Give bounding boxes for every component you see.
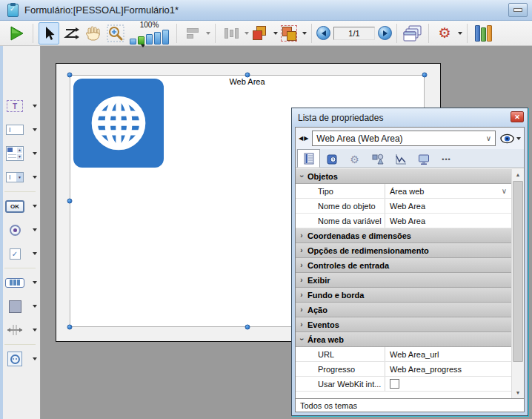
scroll-down-icon[interactable]: ▼: [512, 387, 524, 398]
static-text-tool-button[interactable]: T: [4, 96, 39, 116]
panel-tab-data[interactable]: [320, 151, 343, 168]
combo-box-tool-button[interactable]: I▼: [4, 168, 39, 187]
section-header[interactable]: ›Opções de redimensionamento: [296, 243, 511, 258]
scrollbar[interactable]: ▲ ▼: [511, 169, 524, 398]
property-value[interactable]: Web Area: [385, 199, 511, 213]
list-box-tool-button[interactable]: ▲▼: [4, 144, 39, 163]
section-header[interactable]: ›Controles de entrada: [296, 258, 511, 273]
zoom-level-control[interactable]: 100%: [130, 22, 169, 44]
selection-handle-bottom-left[interactable]: [67, 325, 73, 330]
form-windows-button[interactable]: [402, 22, 423, 44]
rectangle-dropdown-icon[interactable]: [33, 305, 37, 308]
section-header[interactable]: ›Objetos: [296, 169, 511, 184]
grid-matrix-dropdown[interactable]: [302, 32, 307, 35]
page-indicator: 1/1: [333, 27, 375, 40]
rectangle-tool-button[interactable]: [4, 297, 39, 316]
zoom-level-label: 100%: [140, 22, 159, 29]
scroll-up-icon[interactable]: ▲: [512, 169, 524, 180]
object-selector-dropdown[interactable]: Web Area (Web Area) ∨: [312, 131, 496, 146]
plugin-area-dropdown-icon[interactable]: [33, 357, 37, 360]
chevron-down-icon: ∨: [502, 187, 507, 195]
previous-arrow-icon: [322, 30, 326, 36]
property-value[interactable]: Web Area: [385, 214, 511, 228]
eye-dropdown-icon: [516, 137, 521, 140]
minimize-button[interactable]: [508, 3, 528, 17]
zoom-tool-button[interactable]: [105, 22, 126, 44]
panel-tab-display[interactable]: [412, 151, 435, 168]
static-text-dropdown-icon[interactable]: [33, 105, 37, 108]
options-icon: ⚙: [350, 154, 359, 165]
plugin-area-tool-button[interactable]: [4, 349, 39, 369]
duplicate-dropdown[interactable]: [273, 32, 278, 35]
window-titlebar: Formulário:[PESSOAL]Formulário1*: [0, 0, 532, 21]
section-header[interactable]: ›Fundo e borda: [296, 288, 511, 303]
property-value[interactable]: Área web∨: [385, 184, 511, 198]
selection-handle-bottom-mid[interactable]: [245, 325, 250, 330]
select-arrow-button[interactable]: [39, 22, 59, 44]
toolbar-separator: [33, 24, 33, 43]
execute-form-button[interactable]: [7, 22, 27, 44]
panel-tab-options[interactable]: ⚙: [343, 151, 366, 168]
check-box-dropdown-icon[interactable]: [33, 252, 37, 255]
radio-button-tool-button[interactable]: [4, 220, 39, 240]
input-field-tool-button[interactable]: I: [4, 120, 39, 139]
entry-order-button[interactable]: [61, 22, 82, 44]
panel-content: ◀▶ Web Area (Web Area) ∨ ⚙••• ›ObjetosTi…: [295, 127, 525, 412]
property-value[interactable]: Web Area_url: [385, 347, 511, 361]
align-dropdown[interactable]: [206, 32, 210, 35]
splitter-dropdown-icon[interactable]: [33, 329, 37, 331]
scroll-thumb[interactable]: [513, 181, 523, 362]
section-header[interactable]: ›Exibir: [296, 273, 511, 288]
ok-button-tool-button[interactable]: OK: [4, 197, 39, 216]
selection-handle-top-mid[interactable]: [245, 73, 250, 78]
tab-control-dropdown-icon[interactable]: [33, 281, 37, 284]
input-field-dropdown-icon[interactable]: [33, 128, 37, 131]
main-toolbar: 100% 1/1: [0, 21, 532, 46]
section-label: Coordenadas e dimensões: [307, 231, 411, 240]
selection-handle-mid-left[interactable]: [67, 199, 73, 204]
hand-icon: [85, 25, 102, 42]
panel-close-button[interactable]: ✕: [511, 111, 524, 122]
zoom-marker-icon: [141, 44, 145, 47]
list-box-dropdown-icon[interactable]: [33, 152, 37, 155]
ok-button-dropdown-icon[interactable]: [33, 205, 37, 208]
preferences-button[interactable]: ⚙: [434, 22, 455, 44]
panel-tab-more[interactable]: •••: [435, 151, 458, 168]
section-header[interactable]: ›Área web: [296, 332, 511, 347]
check-box-tool-button[interactable]: ✓: [4, 244, 39, 263]
data-icon: [326, 154, 338, 165]
tab-control-tool-button[interactable]: [4, 273, 39, 292]
property-value[interactable]: Web Area_progress: [385, 362, 511, 376]
play-icon: [8, 24, 26, 42]
pan-hand-button[interactable]: [83, 22, 104, 44]
next-page-button[interactable]: [378, 26, 392, 40]
grid-matrix-button[interactable]: [279, 22, 299, 44]
object-prev-next-icons[interactable]: ◀▶: [299, 135, 309, 142]
property-list-panel: Lista de propriedades ✕ ◀▶ Web Area (Web…: [291, 108, 528, 416]
selection-handle-top-right[interactable]: [422, 73, 428, 78]
combo-box-dropdown-icon[interactable]: [33, 176, 37, 179]
section-header[interactable]: ›Ação: [296, 303, 511, 317]
property-value[interactable]: [385, 377, 511, 391]
pointer-arrow-icon: [41, 26, 56, 41]
distribute-dropdown[interactable]: [245, 32, 249, 35]
panel-titlebar[interactable]: Lista de propriedades ✕: [292, 108, 528, 127]
splitter-tool-button[interactable]: [4, 320, 39, 340]
chevron-collapsed-icon: ›: [296, 276, 307, 284]
theme-eye-button[interactable]: [500, 133, 521, 144]
duplicate-objects-button[interactable]: [250, 22, 270, 44]
radio-button-dropdown-icon[interactable]: [33, 228, 37, 231]
section-header[interactable]: ›Coordenadas e dimensões: [296, 228, 511, 243]
chevron-collapsed-icon: ›: [296, 291, 307, 299]
property-row: TipoÁrea web∨: [296, 184, 511, 199]
section-header[interactable]: ›Eventos: [296, 317, 511, 332]
panel-tab-chart[interactable]: [389, 151, 412, 168]
previous-page-button[interactable]: [316, 26, 330, 40]
panel-tab-objects[interactable]: [366, 151, 389, 168]
webkit-checkbox[interactable]: [390, 379, 399, 389]
preferences-dropdown[interactable]: [458, 32, 462, 35]
explorer-button[interactable]: [473, 22, 493, 44]
panel-tab-property-list[interactable]: [297, 149, 320, 168]
selection-handle-top-left[interactable]: [67, 73, 73, 78]
zoom-bars-icon[interactable]: [130, 30, 169, 44]
